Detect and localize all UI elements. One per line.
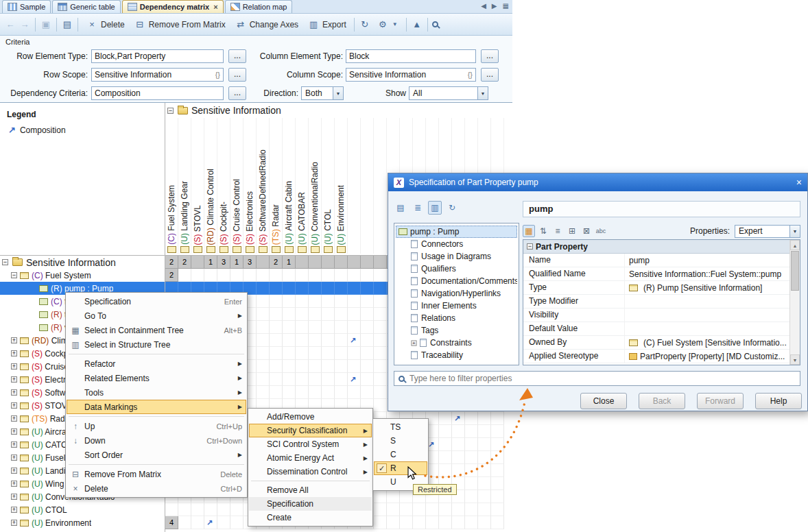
menu-item-related-elements[interactable]: Related Elements▶ (67, 371, 246, 385)
menu-item-security-classification[interactable]: Security Classification▶ (249, 424, 372, 437)
property-value[interactable]: (R) Pump [Sensitive Information] (625, 283, 789, 293)
collapse-icon[interactable]: − (2, 259, 8, 265)
matrix-cell[interactable] (309, 295, 322, 308)
matrix-cell[interactable]: 4 (165, 516, 178, 529)
dialog-tree-item-connectors[interactable]: Connectors (396, 238, 517, 250)
matrix-cell[interactable] (283, 347, 296, 360)
matrix-cell[interactable] (374, 308, 387, 321)
matrix-cell[interactable] (491, 490, 504, 503)
matrix-cell[interactable] (478, 503, 491, 516)
matrix-cell[interactable] (491, 438, 504, 451)
search-icon[interactable] (432, 21, 438, 27)
matrix-cell[interactable]: 2 (165, 256, 178, 269)
matrix-cell[interactable] (478, 477, 491, 490)
dialog-tree-item-navigation-hyperlinks[interactable]: Navigation/Hyperlinks (396, 287, 517, 300)
refresh-icon[interactable]: ↻ (359, 19, 371, 29)
property-value[interactable]: Sensitive Information::Fuel System::pump (625, 269, 789, 279)
scroll-down-icon[interactable]: ▼ (790, 354, 800, 365)
matrix-cell[interactable] (400, 490, 413, 503)
matrix-cell[interactable] (257, 282, 270, 295)
matrix-cell[interactable] (322, 308, 335, 321)
matrix-cell[interactable]: 2 (270, 256, 283, 269)
matrix-cell[interactable] (335, 295, 348, 308)
dialog-titlebar[interactable]: X Specification of Part Property pump × (388, 173, 807, 191)
matrix-cell[interactable] (374, 269, 387, 282)
matrix-cell[interactable] (335, 308, 348, 321)
matrix-cell[interactable] (348, 347, 361, 360)
matrix-cell[interactable] (322, 386, 335, 399)
matrix-cell[interactable] (361, 295, 374, 308)
matrix-cell[interactable] (348, 308, 361, 321)
matrix-cell[interactable] (465, 438, 478, 451)
matrix-cell[interactable] (257, 360, 270, 373)
matrix-cell[interactable] (257, 295, 270, 308)
matrix-cell[interactable] (361, 256, 374, 269)
column-header-climate-control[interactable]: (RD) Climate Control (204, 118, 217, 254)
show-elements-combo[interactable]: All▼ (409, 86, 488, 100)
menu-item-specification[interactable]: SpecificationEnter (67, 294, 246, 309)
tree-row-environment[interactable]: +(U) Environment (0, 516, 165, 529)
column-header-landing-gear[interactable]: (U) Landing Gear (178, 118, 191, 254)
matrix-cell[interactable] (296, 295, 309, 308)
collapse-criteria-icon[interactable]: ▲ (411, 19, 423, 29)
matrix-cell[interactable] (296, 373, 309, 386)
matrix-cell[interactable] (270, 321, 283, 334)
matrix-cell[interactable] (257, 334, 270, 347)
matrix-cell[interactable] (257, 269, 270, 282)
matrix-cell[interactable] (348, 269, 361, 282)
matrix-cell[interactable] (491, 451, 504, 464)
dependency-criteria-browse-button[interactable]: ... (228, 86, 246, 100)
column-scope-field[interactable]: Sensitive Information{} (346, 68, 476, 82)
direction-combo[interactable]: Both▼ (301, 86, 344, 100)
matrix-cell[interactable] (465, 412, 478, 425)
matrix-cell[interactable] (322, 321, 335, 334)
matrix-cell[interactable] (426, 503, 439, 516)
matrix-cell[interactable] (322, 269, 335, 282)
matrix-cell[interactable] (374, 516, 387, 529)
menu-item-dissemination-control[interactable]: Dissemination Control▶ (249, 465, 372, 479)
matrix-cell[interactable] (191, 516, 204, 529)
dialog-tree-item-relations[interactable]: Relations (396, 312, 517, 324)
column-header-cruise-control[interactable]: (S) Cruise Control (230, 118, 243, 254)
matrix-cell[interactable] (309, 269, 322, 282)
menu-item-data-markings[interactable]: Data Markings▶ (67, 400, 246, 414)
menu-item-delete[interactable]: ×DeleteCtrl+D (67, 481, 246, 496)
expand-icon[interactable]: + (11, 428, 17, 435)
matrix-cell[interactable] (361, 373, 374, 386)
matrix-cell[interactable] (439, 464, 452, 477)
collapse-all-icon[interactable]: ⊠ (580, 225, 593, 237)
collapse-icon[interactable]: − (527, 243, 533, 250)
matrix-cell[interactable] (452, 503, 465, 516)
matrix-cell[interactable] (335, 334, 348, 347)
matrix-cell[interactable] (374, 334, 387, 347)
property-row-qualified-name[interactable]: Qualified NameSensitive Information::Fue… (523, 267, 789, 281)
delete-button[interactable]: × Delete (82, 17, 128, 32)
matrix-cell[interactable] (348, 256, 361, 269)
matrix-cell[interactable] (296, 282, 309, 295)
column-header-fuel-system[interactable]: (C) Fuel System (165, 118, 178, 254)
menu-item-ts[interactable]: TS (374, 420, 427, 434)
menu-item-go-to[interactable]: Go To▶ (67, 309, 246, 323)
matrix-cell[interactable] (296, 256, 309, 269)
matrix-cell[interactable] (335, 360, 348, 373)
matrix-cell[interactable] (400, 516, 413, 529)
matrix-cell[interactable] (296, 308, 309, 321)
matrix-cell[interactable] (361, 334, 374, 347)
column-header-radar[interactable]: (TS) Radar (270, 118, 283, 254)
help-button[interactable]: Help (755, 393, 802, 409)
scroll-up-icon[interactable]: ▲ (790, 240, 800, 250)
matrix-cell[interactable] (452, 425, 465, 438)
dependency-criteria-field[interactable]: Composition (91, 86, 224, 100)
matrix-cell[interactable] (335, 321, 348, 334)
matrix-cell[interactable] (257, 347, 270, 360)
composition-arrow-icon[interactable]: ↗ (428, 439, 438, 450)
matrix-cell[interactable]: 1 (204, 256, 217, 269)
forward-button[interactable]: Forward (697, 393, 744, 409)
matrix-cell[interactable] (257, 386, 270, 399)
matrix-cell[interactable] (191, 256, 204, 269)
matrix-cell[interactable] (348, 321, 361, 334)
matrix-cell[interactable] (283, 308, 296, 321)
categorized-view-icon[interactable]: ▦ (523, 225, 535, 237)
menu-item-r[interactable]: ✓R (374, 461, 427, 475)
scroll-tabs-right-icon[interactable]: ▶ (492, 2, 497, 10)
